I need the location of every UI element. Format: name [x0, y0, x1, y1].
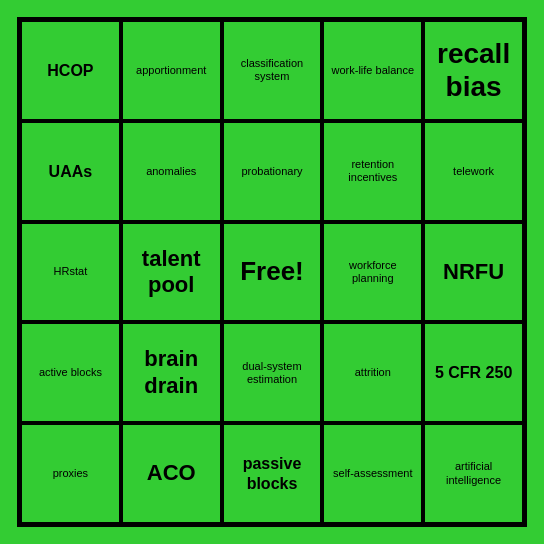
- cell-r3c4: 5 CFR 250: [423, 322, 524, 423]
- cell-r0c4: recall bias: [423, 20, 524, 121]
- cell-r1c0: UAAs: [20, 121, 121, 222]
- cell-r1c4: telework: [423, 121, 524, 222]
- cell-text-r1c3: retention incentives: [328, 158, 417, 184]
- cell-r4c2: passive blocks: [222, 423, 323, 524]
- cell-r1c3: retention incentives: [322, 121, 423, 222]
- cell-r2c4: NRFU: [423, 222, 524, 323]
- cell-text-r2c4: NRFU: [443, 259, 504, 285]
- cell-text-r0c4: recall bias: [429, 37, 518, 104]
- cell-r3c1: brain drain: [121, 322, 222, 423]
- bingo-card: HCOPapportionmentclassification systemwo…: [17, 17, 527, 527]
- cell-text-r2c2: Free!: [240, 256, 304, 287]
- cell-text-r4c4: artificial intelligence: [429, 460, 518, 486]
- cell-text-r0c1: apportionment: [136, 64, 206, 77]
- cell-text-r4c0: proxies: [53, 467, 88, 480]
- cell-r4c3: self-assessment: [322, 423, 423, 524]
- cell-r0c0: HCOP: [20, 20, 121, 121]
- cell-text-r2c3: workforce planning: [328, 259, 417, 285]
- cell-text-r1c0: UAAs: [49, 162, 93, 181]
- cell-text-r2c0: HRstat: [54, 265, 88, 278]
- cell-r3c0: active blocks: [20, 322, 121, 423]
- cell-text-r3c2: dual-system estimation: [228, 360, 317, 386]
- cell-text-r3c0: active blocks: [39, 366, 102, 379]
- cell-r1c2: probationary: [222, 121, 323, 222]
- cell-text-r3c3: attrition: [355, 366, 391, 379]
- cell-text-r0c0: HCOP: [47, 61, 93, 80]
- cell-text-r3c1: brain drain: [127, 346, 216, 399]
- cell-r2c1: talent pool: [121, 222, 222, 323]
- cell-r2c0: HRstat: [20, 222, 121, 323]
- cell-text-r1c1: anomalies: [146, 165, 196, 178]
- cell-r2c2: Free!: [222, 222, 323, 323]
- cell-r0c1: apportionment: [121, 20, 222, 121]
- cell-r1c1: anomalies: [121, 121, 222, 222]
- cell-r0c3: work-life balance: [322, 20, 423, 121]
- cell-text-r3c4: 5 CFR 250: [435, 363, 512, 382]
- cell-r0c2: classification system: [222, 20, 323, 121]
- cell-text-r0c2: classification system: [228, 57, 317, 83]
- cell-text-r1c2: probationary: [241, 165, 302, 178]
- cell-r3c2: dual-system estimation: [222, 322, 323, 423]
- cell-text-r4c3: self-assessment: [333, 467, 412, 480]
- cell-text-r4c1: ACO: [147, 460, 196, 486]
- cell-r4c4: artificial intelligence: [423, 423, 524, 524]
- cell-text-r2c1: talent pool: [127, 246, 216, 299]
- cell-text-r4c2: passive blocks: [228, 454, 317, 492]
- cell-r2c3: workforce planning: [322, 222, 423, 323]
- cell-r4c1: ACO: [121, 423, 222, 524]
- cell-r4c0: proxies: [20, 423, 121, 524]
- cell-text-r0c3: work-life balance: [332, 64, 415, 77]
- cell-text-r1c4: telework: [453, 165, 494, 178]
- cell-r3c3: attrition: [322, 322, 423, 423]
